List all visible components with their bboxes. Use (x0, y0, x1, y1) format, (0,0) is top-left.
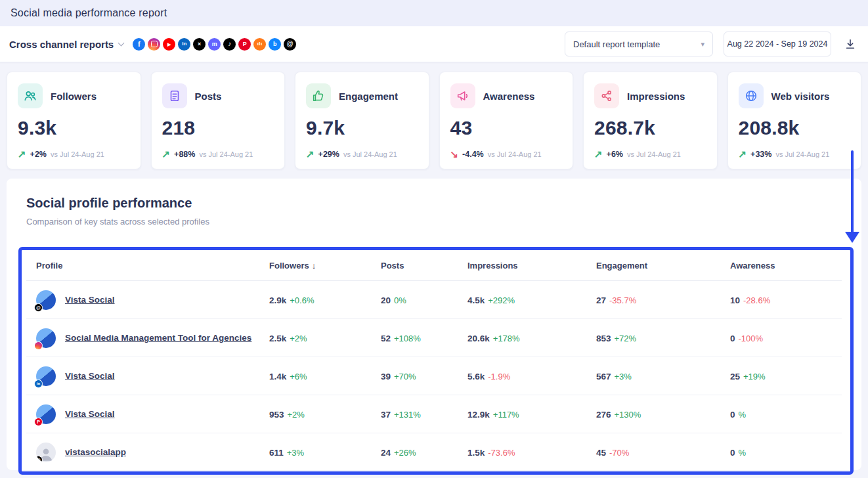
download-report-button[interactable] (842, 35, 859, 53)
facebook-icon[interactable]: f (133, 38, 145, 51)
posts-cell: 200% (381, 294, 467, 306)
profile-cell: in Vista Social (36, 366, 269, 386)
chevron-down-icon (118, 39, 125, 46)
awareness-cell: 0% (730, 446, 842, 458)
posts-cell: 39+70% (381, 370, 467, 382)
impressions-cell: 5.6k-1.9% (467, 370, 596, 382)
youtube-icon[interactable]: ▶ (163, 38, 175, 51)
reddit-icon[interactable]: ılı (253, 38, 266, 51)
sort-desc-icon: ↓ (312, 261, 316, 271)
table-row: Social Media Management Tool for Agencie… (26, 319, 842, 357)
threads-badge-icon: @ (34, 303, 43, 312)
stat-card-posts: Posts 218 ↗ +88% vs Jul 24-Aug 21 (151, 72, 286, 169)
cross-channel-reports-dropdown[interactable]: Cross channel reports (9, 39, 123, 50)
instagram-icon[interactable] (148, 38, 160, 51)
date-range-value: Aug 22 2024 - Sep 19 2024 (727, 39, 828, 49)
stat-label: Web visitors (771, 91, 830, 102)
trend-up-icon: ↗ (594, 149, 603, 159)
impressions-cell: 12.9k+117% (467, 408, 596, 420)
globe-icon (739, 83, 764, 108)
stat-change: +29% (318, 150, 339, 159)
bluesky-icon[interactable]: b (269, 38, 281, 51)
stat-change: +88% (174, 150, 195, 159)
stat-label: Impressions (627, 91, 685, 102)
profile-cell: @ Vista Social (36, 290, 269, 310)
trend-up-icon: ↗ (18, 149, 26, 159)
followers-cell: 2.9k+0.6% (269, 294, 381, 306)
date-range-picker[interactable]: Aug 22 2024 - Sep 19 2024 (724, 32, 831, 56)
column-header-posts[interactable]: Posts (381, 261, 467, 271)
awareness-cell: 0-100% (730, 332, 842, 344)
toolbar: Cross channel reports f ▶ in × m ♪ P ılı… (0, 26, 868, 62)
threads-icon[interactable]: @ (284, 38, 296, 51)
followers-cell: 1.4k+6% (269, 370, 381, 382)
page-title: Social media performance report (11, 7, 167, 19)
profile-link[interactable]: Vista Social (65, 409, 115, 419)
x-twitter-icon[interactable]: × (193, 38, 206, 51)
table-row: @ vistasocialapp 611+3% 24+26% 1.5k-73.6… (26, 433, 842, 471)
profile-avatar: @ (36, 290, 56, 310)
pinterest-icon[interactable]: P (238, 38, 251, 51)
profile-link[interactable]: Social Media Management Tool for Agencie… (65, 333, 251, 343)
column-header-awareness[interactable]: Awareness (730, 261, 842, 271)
stat-card-impressions: Impressions 268.7k ↗ +6% vs Jul 24-Aug 2… (583, 72, 718, 169)
linkedin-icon[interactable]: in (178, 38, 190, 51)
page: Social media performance report Cross ch… (0, 0, 868, 478)
posts-cell: 52+108% (381, 332, 467, 344)
table-header-row: Profile Followers↓ Posts Impressions Eng… (26, 246, 842, 281)
profile-avatar (36, 328, 56, 348)
stat-change: +2% (30, 150, 47, 159)
social-profile-performance-panel: Social profile performance Comparison of… (7, 179, 861, 470)
stat-label: Posts (195, 91, 222, 102)
stat-value: 43 (450, 117, 563, 139)
toolbar-right: Default report template ▾ Aug 22 2024 - … (565, 32, 859, 56)
table-row: P Vista Social 953+2% 37+131% 12.9k+117%… (26, 395, 842, 433)
stat-value: 218 (162, 117, 274, 139)
profile-performance-table: Profile Followers↓ Posts Impressions Eng… (26, 246, 842, 471)
caret-down-icon: ▾ (701, 40, 705, 49)
network-filter-row: f ▶ in × m ♪ P ılı b @ (133, 38, 296, 51)
engagement-cell: 45-70% (596, 446, 730, 458)
mastodon-icon[interactable]: m (208, 38, 221, 51)
section-title: Social profile performance (26, 196, 842, 211)
stat-compare: vs Jul 24-Aug 21 (343, 150, 397, 158)
stat-compare: vs Jul 24-Aug 21 (199, 150, 253, 158)
table-row: @ Vista Social 2.9k+0.6% 200% 4.5k+292% … (26, 281, 842, 319)
engagement-cell: 276+130% (596, 408, 730, 420)
profile-link[interactable]: Vista Social (65, 295, 115, 305)
profile-link[interactable]: vistasocialapp (65, 447, 126, 457)
posts-cell: 24+26% (381, 446, 467, 458)
share-nodes-icon (594, 83, 619, 108)
report-template-select[interactable]: Default report template ▾ (565, 32, 713, 56)
followers-cell: 2.5k+2% (269, 332, 381, 344)
megaphone-icon (450, 83, 475, 108)
trend-up-icon: ↗ (162, 149, 171, 159)
profile-avatar: @ (36, 443, 56, 462)
profile-link[interactable]: Vista Social (65, 371, 115, 381)
engagement-cell: 567+3% (596, 370, 730, 382)
column-header-engagement[interactable]: Engagement (596, 261, 730, 271)
stat-label: Engagement (339, 91, 398, 102)
trend-up-icon: ↗ (306, 149, 315, 159)
stat-change: +33% (750, 150, 771, 159)
awareness-cell: 10-28.6% (730, 294, 842, 306)
stat-compare: vs Jul 24-Aug 21 (488, 150, 542, 158)
table-row: in Vista Social 1.4k+6% 39+70% 5.6k-1.9%… (26, 357, 842, 395)
followers-icon (18, 83, 43, 108)
stat-compare: vs Jul 24-Aug 21 (51, 150, 104, 158)
engagement-cell: 853+72% (596, 332, 730, 344)
download-icon (844, 38, 856, 50)
column-header-profile[interactable]: Profile (36, 261, 269, 271)
stats-card-row: Followers 9.3k ↗ +2% vs Jul 24-Aug 21 Po… (0, 62, 868, 177)
stat-compare: vs Jul 24-Aug 21 (775, 150, 829, 158)
stat-label: Followers (51, 91, 97, 102)
section-subtitle: Comparison of key stats across selected … (26, 217, 842, 227)
column-header-impressions[interactable]: Impressions (467, 261, 596, 271)
impressions-cell: 1.5k-73.6% (467, 446, 596, 458)
impressions-cell: 20.6k+178% (467, 332, 596, 344)
posts-icon (162, 83, 187, 108)
column-header-followers[interactable]: Followers↓ (269, 261, 381, 271)
thumbs-up-icon (306, 83, 331, 108)
pinterest-badge-icon: P (34, 418, 43, 426)
tiktok-icon[interactable]: ♪ (223, 38, 236, 51)
